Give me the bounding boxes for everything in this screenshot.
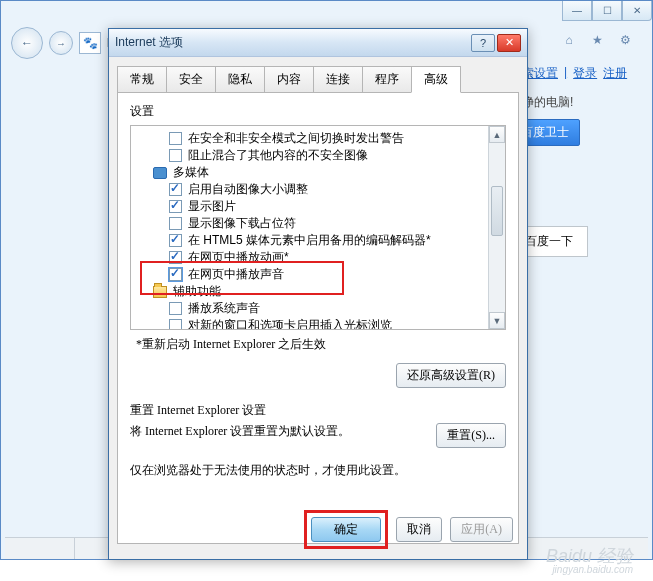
multimedia-icon xyxy=(153,167,167,179)
page-sidebar: 搜索设置 | 登录 注册 经净的电脑! 百度卫士 百度一下 xyxy=(510,65,640,257)
tree-label: 阻止混合了其他内容的不安全图像 xyxy=(188,147,368,164)
folder-icon xyxy=(153,286,167,298)
home-icon[interactable]: ⌂ xyxy=(560,31,578,49)
toolbar-icons: ⌂ ★ ⚙ xyxy=(560,31,634,49)
help-button[interactable]: ? xyxy=(471,34,495,52)
tab-connections[interactable]: 连接 xyxy=(313,66,363,93)
checkbox[interactable] xyxy=(169,319,182,330)
tree-row: 阻止混合了其他内容的不安全图像 xyxy=(139,147,505,164)
back-button[interactable]: ← xyxy=(11,27,43,59)
checkbox[interactable] xyxy=(169,234,182,247)
tree-label: 在安全和非安全模式之间切换时发出警告 xyxy=(188,130,404,147)
site-icon: 🐾 xyxy=(79,32,101,54)
scroll-thumb[interactable] xyxy=(491,186,503,236)
tree-label: 在网页中播放声音 xyxy=(188,266,284,283)
tree-row: 显示图片 xyxy=(139,198,505,215)
link-login[interactable]: 登录 xyxy=(573,65,597,82)
tree-row: 多媒体 xyxy=(139,164,505,181)
tree-label: 显示图片 xyxy=(188,198,236,215)
vertical-scrollbar[interactable]: ▲ ▼ xyxy=(488,126,505,329)
tab-privacy[interactable]: 隐私 xyxy=(215,66,265,93)
forward-button[interactable]: → xyxy=(49,31,73,55)
reset-section-title: 重置 Internet Explorer 设置 xyxy=(130,402,506,419)
scroll-up-icon[interactable]: ▲ xyxy=(489,126,505,143)
tree-label: 播放系统声音 xyxy=(188,300,260,317)
tree-row: 启用自动图像大小调整 xyxy=(139,181,505,198)
dialog-titlebar: Internet 选项 ? ✕ xyxy=(109,29,527,57)
link-register[interactable]: 注册 xyxy=(603,65,627,82)
tree-row: 显示图像下载占位符 xyxy=(139,215,505,232)
dialog-buttons: 确定 取消 应用(A) xyxy=(304,510,513,549)
highlight-annotation-ok: 确定 xyxy=(304,510,388,549)
checkbox[interactable] xyxy=(169,200,182,213)
checkbox[interactable] xyxy=(169,217,182,230)
tree-row: 在安全和非安全模式之间切换时发出警告 xyxy=(139,130,505,147)
checkbox[interactable] xyxy=(169,149,182,162)
reset-warning: 仅在浏览器处于无法使用的状态时，才使用此设置。 xyxy=(130,462,506,479)
tree-label: 辅助功能 xyxy=(173,283,221,300)
settings-tree[interactable]: 在安全和非安全模式之间切换时发出警告 阻止混合了其他内容的不安全图像 多媒体 启… xyxy=(130,125,506,330)
tree-row: 在网页中播放声音 xyxy=(139,266,505,283)
cancel-button[interactable]: 取消 xyxy=(396,517,442,542)
tree-row: 播放系统声音 xyxy=(139,300,505,317)
checkbox[interactable] xyxy=(169,251,182,264)
bottom-tab[interactable] xyxy=(5,538,75,559)
tree-label: 多媒体 xyxy=(173,164,209,181)
tree-label: 显示图像下载占位符 xyxy=(188,215,296,232)
checkbox[interactable] xyxy=(169,132,182,145)
advanced-panel: 设置 在安全和非安全模式之间切换时发出警告 阻止混合了其他内容的不安全图像 多媒… xyxy=(117,92,519,544)
favorite-icon[interactable]: ★ xyxy=(588,31,606,49)
checkbox[interactable] xyxy=(169,183,182,196)
tab-security[interactable]: 安全 xyxy=(166,66,216,93)
tree-row: 在网页中播放动画* xyxy=(139,249,505,266)
tab-content[interactable]: 内容 xyxy=(264,66,314,93)
tree-row: 辅助功能 xyxy=(139,283,505,300)
tab-advanced[interactable]: 高级 xyxy=(411,66,461,93)
tree-row: 在 HTML5 媒体元素中启用备用的编码解码器* xyxy=(139,232,505,249)
tree-label: 启用自动图像大小调整 xyxy=(188,181,308,198)
tab-programs[interactable]: 程序 xyxy=(362,66,412,93)
window-controls: — ☐ ✕ xyxy=(562,1,652,21)
tree-label: 在网页中播放动画* xyxy=(188,249,289,266)
tab-strip: 常规 安全 隐私 内容 连接 程序 高级 xyxy=(117,66,519,93)
internet-options-dialog: Internet 选项 ? ✕ 常规 安全 隐私 内容 连接 程序 高级 设置 … xyxy=(108,28,528,560)
checkbox[interactable] xyxy=(169,302,182,315)
tree-label: 对新的窗口和选项卡启用插入光标浏览 xyxy=(188,317,392,330)
scroll-down-icon[interactable]: ▼ xyxy=(489,312,505,329)
restart-note: *重新启动 Internet Explorer 之后生效 xyxy=(136,336,506,353)
tab-general[interactable]: 常规 xyxy=(117,66,167,93)
restore-defaults-button[interactable]: 还原高级设置(R) xyxy=(396,363,506,388)
tree-row: 对新的窗口和选项卡启用插入光标浏览 xyxy=(139,317,505,330)
dialog-title: Internet 选项 xyxy=(115,34,471,51)
close-dialog-button[interactable]: ✕ xyxy=(497,34,521,52)
checkbox-play-sound[interactable] xyxy=(169,268,182,281)
ok-button[interactable]: 确定 xyxy=(311,517,381,542)
maximize-button[interactable]: ☐ xyxy=(592,1,622,21)
side-message: 经净的电脑! xyxy=(510,94,640,111)
tree-label: 在 HTML5 媒体元素中启用备用的编码解码器* xyxy=(188,232,431,249)
apply-button[interactable]: 应用(A) xyxy=(450,517,513,542)
reset-button[interactable]: 重置(S)... xyxy=(436,423,506,448)
minimize-button[interactable]: — xyxy=(562,1,592,21)
close-window-button[interactable]: ✕ xyxy=(622,1,652,21)
side-links: 搜索设置 | 登录 注册 xyxy=(510,65,640,82)
reset-description: 将 Internet Explorer 设置重置为默认设置。 xyxy=(130,423,428,440)
gear-icon[interactable]: ⚙ xyxy=(616,31,634,49)
settings-label: 设置 xyxy=(130,103,506,120)
